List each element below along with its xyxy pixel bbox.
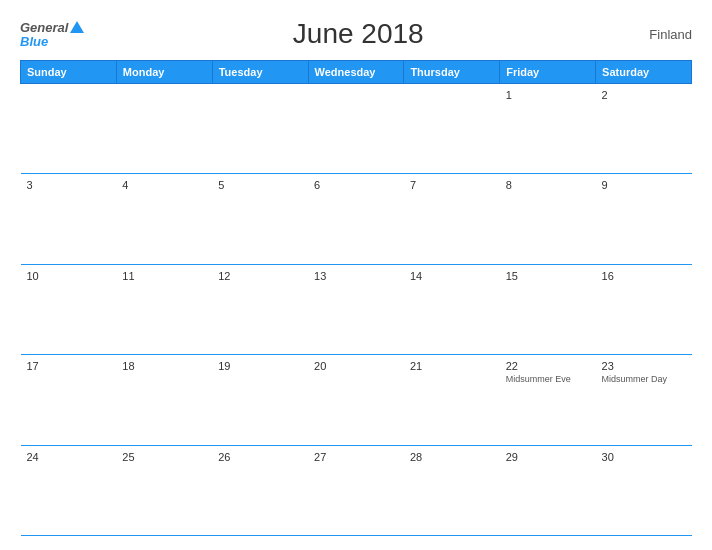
calendar-cell: 2 — [596, 84, 692, 174]
logo-general-text: General — [20, 21, 68, 34]
calendar-cell: 5 — [212, 174, 308, 264]
event-label: Midsummer Eve — [506, 374, 590, 386]
calendar-title: June 2018 — [84, 18, 632, 50]
day-number: 8 — [506, 179, 590, 191]
day-number: 24 — [27, 451, 111, 463]
weekday-header-tuesday: Tuesday — [212, 61, 308, 84]
logo-blue-text: Blue — [20, 35, 84, 48]
logo: General Blue — [20, 21, 84, 48]
day-number: 5 — [218, 179, 302, 191]
calendar-cell: 29 — [500, 445, 596, 535]
calendar-cell: 7 — [404, 174, 500, 264]
calendar-cell: 8 — [500, 174, 596, 264]
weekday-header-row: SundayMondayTuesdayWednesdayThursdayFrid… — [21, 61, 692, 84]
calendar-cell — [308, 84, 404, 174]
weekday-header-monday: Monday — [116, 61, 212, 84]
calendar-cell: 24 — [21, 445, 117, 535]
calendar-week-row: 3456789 — [21, 174, 692, 264]
calendar-cell: 14 — [404, 264, 500, 354]
day-number: 21 — [410, 360, 494, 372]
day-number: 2 — [602, 89, 686, 101]
weekday-header-friday: Friday — [500, 61, 596, 84]
day-number: 29 — [506, 451, 590, 463]
weekday-header-thursday: Thursday — [404, 61, 500, 84]
day-number: 14 — [410, 270, 494, 282]
day-number: 30 — [602, 451, 686, 463]
calendar-cell: 28 — [404, 445, 500, 535]
calendar-cell — [212, 84, 308, 174]
calendar-cell: 15 — [500, 264, 596, 354]
weekday-header-wednesday: Wednesday — [308, 61, 404, 84]
calendar-cell: 23Midsummer Day — [596, 355, 692, 445]
weekday-header-sunday: Sunday — [21, 61, 117, 84]
calendar-cell: 6 — [308, 174, 404, 264]
day-number: 13 — [314, 270, 398, 282]
calendar-cell — [21, 84, 117, 174]
day-number: 7 — [410, 179, 494, 191]
day-number: 20 — [314, 360, 398, 372]
calendar-header: General Blue June 2018 Finland — [20, 18, 692, 50]
calendar-cell — [116, 84, 212, 174]
day-number: 18 — [122, 360, 206, 372]
day-number: 1 — [506, 89, 590, 101]
calendar-cell: 30 — [596, 445, 692, 535]
calendar-cell: 26 — [212, 445, 308, 535]
calendar-cell: 10 — [21, 264, 117, 354]
calendar-cell: 22Midsummer Eve — [500, 355, 596, 445]
calendar-cell: 17 — [21, 355, 117, 445]
calendar-week-row: 12 — [21, 84, 692, 174]
calendar-cell: 13 — [308, 264, 404, 354]
day-number: 15 — [506, 270, 590, 282]
day-number: 25 — [122, 451, 206, 463]
day-number: 16 — [602, 270, 686, 282]
calendar-page: General Blue June 2018 Finland SundayMon… — [0, 0, 712, 550]
calendar-cell: 4 — [116, 174, 212, 264]
calendar-cell: 27 — [308, 445, 404, 535]
country-label: Finland — [632, 27, 692, 42]
calendar-cell: 12 — [212, 264, 308, 354]
calendar-cell: 19 — [212, 355, 308, 445]
calendar-cell: 11 — [116, 264, 212, 354]
calendar-cell: 18 — [116, 355, 212, 445]
day-number: 28 — [410, 451, 494, 463]
calendar-cell: 9 — [596, 174, 692, 264]
calendar-cell: 1 — [500, 84, 596, 174]
day-number: 10 — [27, 270, 111, 282]
event-label: Midsummer Day — [602, 374, 686, 386]
day-number: 23 — [602, 360, 686, 372]
day-number: 9 — [602, 179, 686, 191]
day-number: 26 — [218, 451, 302, 463]
calendar-cell: 3 — [21, 174, 117, 264]
day-number: 11 — [122, 270, 206, 282]
weekday-header-saturday: Saturday — [596, 61, 692, 84]
logo-triangle-icon — [70, 21, 84, 33]
day-number: 3 — [27, 179, 111, 191]
day-number: 17 — [27, 360, 111, 372]
calendar-cell: 16 — [596, 264, 692, 354]
day-number: 4 — [122, 179, 206, 191]
calendar-cell — [404, 84, 500, 174]
calendar-cell: 25 — [116, 445, 212, 535]
day-number: 6 — [314, 179, 398, 191]
day-number: 12 — [218, 270, 302, 282]
day-number: 27 — [314, 451, 398, 463]
day-number: 19 — [218, 360, 302, 372]
calendar-cell: 20 — [308, 355, 404, 445]
day-number: 22 — [506, 360, 590, 372]
calendar-week-row: 24252627282930 — [21, 445, 692, 535]
calendar-table: SundayMondayTuesdayWednesdayThursdayFrid… — [20, 60, 692, 536]
calendar-cell: 21 — [404, 355, 500, 445]
calendar-week-row: 171819202122Midsummer Eve23Midsummer Day — [21, 355, 692, 445]
calendar-week-row: 10111213141516 — [21, 264, 692, 354]
